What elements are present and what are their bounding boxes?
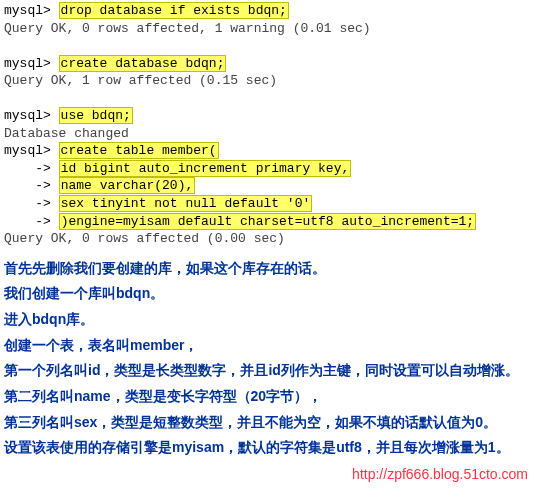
explanation-line: 设置该表使用的存储引擎是myisam，默认的字符集是utf8，并且每次增涨量为1… <box>4 437 540 459</box>
explanation-line: 进入bdqn库。 <box>4 309 540 331</box>
mysql-cont-prompt: -> <box>4 178 59 193</box>
explanation-block: 首先先删除我们要创建的库，如果这个库存在的话。 我们创建一个库叫bdqn。 进入… <box>4 258 540 460</box>
sql-drop-database: drop database if exists bdqn; <box>59 2 289 19</box>
mysql-prompt: mysql> <box>4 108 59 123</box>
sql-create-table-line: name varchar(20), <box>59 177 196 194</box>
explanation-line: 创建一个表，表名叫member， <box>4 335 540 357</box>
explanation-line: 第一个列名叫id，类型是长类型数字，并且id列作为主键，同时设置可以自动增涨。 <box>4 360 540 382</box>
sql-use-database: use bdqn; <box>59 107 133 124</box>
query-result: Query OK, 1 row affected (0.15 sec) <box>4 72 540 90</box>
mysql-prompt: mysql> <box>4 56 59 71</box>
query-result: Query OK, 0 rows affected (0.00 sec) <box>4 230 540 248</box>
mysql-cont-prompt: -> <box>4 214 59 229</box>
sql-create-table-line: create table member( <box>59 142 219 159</box>
explanation-line: 第二列名叫name，类型是变长字符型（20字节）， <box>4 386 540 408</box>
sql-create-table-line: )engine=myisam default charset=utf8 auto… <box>59 213 476 230</box>
terminal-output: mysql> drop database if exists bdqn; Que… <box>4 2 540 248</box>
query-result: Database changed <box>4 125 540 143</box>
explanation-line: 我们创建一个库叫bdqn。 <box>4 283 540 305</box>
sql-create-database: create database bdqn; <box>59 55 227 72</box>
mysql-prompt: mysql> <box>4 3 59 18</box>
mysql-cont-prompt: -> <box>4 161 59 176</box>
mysql-cont-prompt: -> <box>4 196 59 211</box>
watermark-url: http://zpf666.blog.51cto.com <box>4 465 540 484</box>
sql-create-table-line: id bigint auto_increment primary key, <box>59 160 352 177</box>
mysql-prompt: mysql> <box>4 143 59 158</box>
explanation-line: 第三列名叫sex，类型是短整数类型，并且不能为空，如果不填的话默认值为0。 <box>4 412 540 434</box>
query-result: Query OK, 0 rows affected, 1 warning (0.… <box>4 20 540 38</box>
sql-create-table-line: sex tinyint not null default '0' <box>59 195 313 212</box>
explanation-line: 首先先删除我们要创建的库，如果这个库存在的话。 <box>4 258 540 280</box>
